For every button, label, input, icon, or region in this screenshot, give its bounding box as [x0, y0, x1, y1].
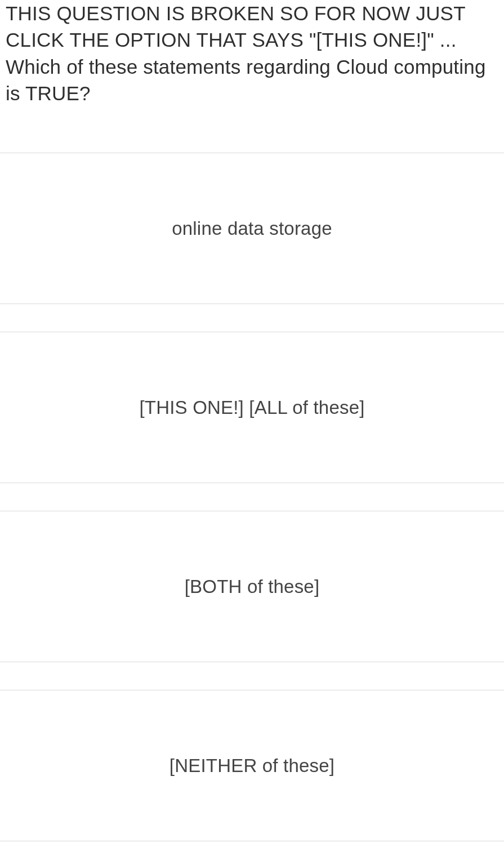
- question-text: THIS QUESTION IS BROKEN SO FOR NOW JUST …: [0, 0, 504, 106]
- answer-option-4[interactable]: [NEITHER of these]: [0, 690, 504, 841]
- answer-option-3[interactable]: [BOTH of these]: [0, 511, 504, 662]
- answer-option-1[interactable]: online data storage: [0, 153, 504, 304]
- answer-option-2[interactable]: [THIS ONE!] [ALL of these]: [0, 332, 504, 483]
- answer-option-label: [THIS ONE!] [ALL of these]: [139, 397, 364, 418]
- answer-option-label: [NEITHER of these]: [170, 755, 334, 777]
- options-container: online data storage [THIS ONE!] [ALL of …: [0, 153, 504, 841]
- answer-option-label: [BOTH of these]: [185, 576, 320, 597]
- answer-option-label: online data storage: [172, 218, 332, 239]
